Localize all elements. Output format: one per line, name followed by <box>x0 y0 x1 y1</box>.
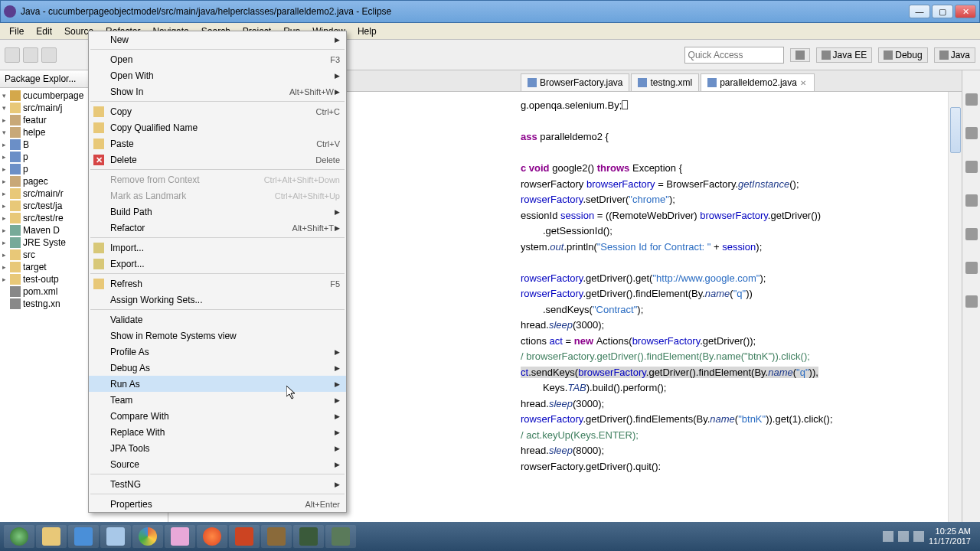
menu-item-open-with[interactable]: Open With▶ <box>89 67 346 83</box>
menu-item-refresh[interactable]: RefreshF5 <box>89 276 346 292</box>
tab-label: paralleldemo2.java <box>720 77 797 88</box>
maximize-button[interactable]: ▢ <box>932 5 953 18</box>
menu-item-paste[interactable]: PasteCtrl+V <box>89 135 346 152</box>
close-tab-icon[interactable]: ✕ <box>800 79 808 86</box>
tree-target[interactable]: target <box>23 262 47 272</box>
tree-src-test[interactable]: src/test/ja <box>23 201 62 211</box>
menu-item-import[interactable]: Import... <box>89 240 346 256</box>
menu-help[interactable]: Help <box>351 24 383 39</box>
taskbar-firefox[interactable] <box>197 525 227 548</box>
decorators-icon[interactable] <box>965 262 978 274</box>
tree-src[interactable]: src <box>23 249 35 260</box>
menu-item-jpa-tools[interactable]: JPA Tools▶ <box>89 440 346 456</box>
menu-item-source[interactable]: Source▶ <box>89 456 346 472</box>
palette-icon[interactable] <box>965 161 978 173</box>
menu-item-team[interactable]: Team▶ <box>89 392 346 408</box>
menu-item-show-in[interactable]: Show InAlt+Shift+W▶ <box>89 83 346 99</box>
tree-src-main[interactable]: src/main/j <box>23 103 62 113</box>
menu-item-run-as[interactable]: Run As▶ <box>89 376 346 392</box>
menu-item-compare-with[interactable]: Compare With▶ <box>89 408 346 424</box>
java-file-icon <box>707 78 717 87</box>
start-button[interactable] <box>4 525 34 548</box>
tree-src-main-r[interactable]: src/main/r <box>23 188 64 199</box>
tree-file-b[interactable]: B <box>23 139 29 150</box>
copy-icon <box>93 122 104 133</box>
menu-file[interactable]: File <box>3 24 30 39</box>
quick-access-input[interactable] <box>684 47 784 64</box>
save-all-icon[interactable] <box>41 47 57 63</box>
menu-item-delete[interactable]: ✕DeleteDelete <box>89 152 346 168</box>
thumbnail-icon[interactable] <box>965 295 978 308</box>
menu-item-refactor[interactable]: RefactorAlt+Shift+T▶ <box>89 220 346 236</box>
menu-item-build-path[interactable]: Build Path▶ <box>89 204 346 220</box>
tree-maven[interactable]: Maven D <box>23 225 60 236</box>
taskbar-app1[interactable] <box>261 525 292 548</box>
tree-jre[interactable]: JRE Syste <box>23 237 66 248</box>
open-perspective-button[interactable] <box>790 48 810 62</box>
tree-src-test-r[interactable]: src/test/re <box>23 213 64 223</box>
perspective-icon <box>795 51 805 60</box>
tab-paralleldemo2[interactable]: paralleldemo2.java✕ <box>701 73 815 91</box>
menu-item-assign-ws[interactable]: Assign Working Sets... <box>89 292 346 308</box>
tasklist-icon[interactable] <box>965 127 978 139</box>
window-title: Java - cucumberpageobjectmodel/src/main/… <box>21 6 907 17</box>
tree-pagec[interactable]: pagec <box>23 176 48 187</box>
close-button[interactable]: ✕ <box>955 5 976 18</box>
refresh-icon <box>93 279 104 289</box>
tray-clock[interactable]: 10:25 AM11/17/2017 <box>929 527 971 546</box>
menu-item-new[interactable]: New▶ <box>89 31 346 47</box>
perspective-javaee[interactable]: Java EE <box>816 47 873 63</box>
minimize-button[interactable]: — <box>909 5 930 18</box>
menu-item-open[interactable]: OpenF3 <box>89 51 346 67</box>
tab-browserfactory[interactable]: BrowserFactory.java <box>521 73 629 91</box>
menu-item-show-remote[interactable]: Show in Remote Systems view <box>89 328 346 344</box>
right-gutter <box>962 70 980 522</box>
tab-testng[interactable]: testng.xml <box>631 73 699 91</box>
menu-item-properties[interactable]: PropertiesAlt+Enter <box>89 496 346 512</box>
minimap-icon[interactable] <box>965 228 978 240</box>
menu-edit[interactable]: Edit <box>30 24 58 39</box>
tree-testng[interactable]: testng.xn <box>23 298 60 309</box>
menu-item-validate[interactable]: Validate <box>89 311 346 328</box>
delete-icon: ✕ <box>93 155 104 165</box>
mouse-cursor <box>286 386 297 399</box>
menu-item-debug-as[interactable]: Debug As▶ <box>89 360 346 376</box>
tree-file-pb[interactable]: p <box>23 164 28 174</box>
title-bar: Java - cucumberpageobjectmodel/src/main/… <box>0 0 980 23</box>
tray-flag-icon[interactable] <box>883 531 893 542</box>
menu-item-copy[interactable]: CopyCtrl+C <box>89 103 346 119</box>
new-icon[interactable] <box>5 47 20 63</box>
menu-item-export[interactable]: Export... <box>89 256 346 272</box>
tray-network-icon[interactable] <box>898 531 909 542</box>
taskbar-explorer[interactable] <box>36 525 67 548</box>
taskbar-app2[interactable] <box>325 525 356 548</box>
menu-item-testng[interactable]: TestNG▶ <box>89 476 346 492</box>
save-icon[interactable] <box>23 47 38 63</box>
system-tray[interactable]: 10:25 AM11/17/2017 <box>883 527 977 546</box>
menu-item-replace-with[interactable]: Replace With▶ <box>89 424 346 440</box>
menu-item-profile-as[interactable]: Profile As▶ <box>89 344 346 360</box>
tab-label: BrowserFactory.java <box>540 77 622 88</box>
taskbar-ie[interactable] <box>68 525 99 548</box>
menu-item-copy-qn[interactable]: Copy Qualified Name <box>89 119 346 135</box>
paste-icon <box>93 139 104 149</box>
taskbar-notepad[interactable] <box>100 525 131 548</box>
taskbar-paint[interactable] <box>165 525 195 548</box>
snippets-icon[interactable] <box>965 194 978 207</box>
tree-helpe[interactable]: helpe <box>23 127 45 138</box>
taskbar-chrome[interactable] <box>132 525 163 548</box>
tray-volume-icon[interactable] <box>913 531 924 542</box>
tab-label: testng.xml <box>650 77 692 88</box>
tree-project[interactable]: cucumberpage <box>23 90 83 101</box>
taskbar-adobe[interactable] <box>229 525 260 548</box>
tree-pom[interactable]: pom.xml <box>23 286 57 297</box>
tree-featur[interactable]: featur <box>23 115 47 126</box>
scrollbar-thumb[interactable] <box>950 107 961 153</box>
tree-file-pa[interactable]: p <box>23 152 28 162</box>
tree-test-out[interactable]: test-outp <box>23 274 59 285</box>
taskbar-eclipse[interactable] <box>293 525 324 548</box>
perspective-debug[interactable]: Debug <box>878 47 927 63</box>
editor-scrollbar[interactable] <box>948 92 962 522</box>
perspective-java[interactable]: Java <box>934 47 975 63</box>
outline-icon[interactable] <box>965 93 978 106</box>
